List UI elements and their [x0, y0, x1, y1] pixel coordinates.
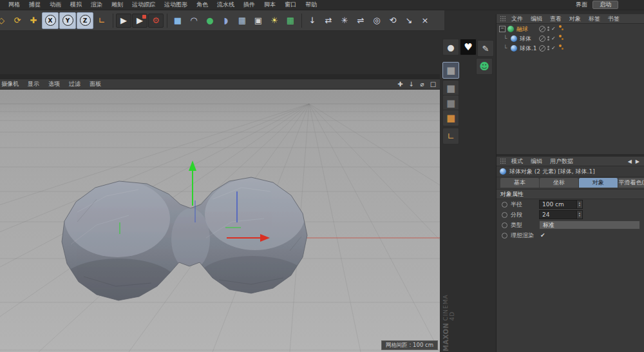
delay-effector-icon[interactable]: ↘ — [401, 13, 417, 28]
pan-view-icon[interactable]: ✚ — [396, 81, 404, 88]
layer-circle-icon[interactable] — [539, 26, 545, 32]
object-name[interactable]: 球体.1 — [520, 44, 537, 53]
attr-menu-2[interactable]: 用户数据 — [546, 157, 577, 166]
menu-item-10[interactable]: 插件 — [239, 0, 260, 10]
viewport-menu-0[interactable]: 摄像机 — [0, 79, 23, 89]
cube-primitive-icon[interactable]: ■ — [170, 13, 185, 28]
attr-menu-1[interactable]: 编辑 — [527, 157, 546, 166]
object-row-球体.1[interactable]: └球体.1✓ — [497, 43, 644, 53]
tag-dots-icon[interactable] — [559, 35, 564, 40]
subdivision-surface-icon[interactable]: ● — [202, 13, 218, 28]
layer-circle-icon[interactable] — [539, 35, 545, 42]
object-name[interactable]: 融球 — [516, 24, 528, 34]
om-menu-5[interactable]: 书签 — [604, 14, 623, 24]
random-effector-icon[interactable]: ⇄ — [321, 13, 336, 28]
step-effector-icon[interactable]: ⇌ — [353, 13, 368, 28]
tab-坐标[interactable]: 坐标 — [540, 178, 578, 188]
render-view-icon[interactable]: ▶ — [116, 14, 131, 28]
om-menu-1[interactable]: 编辑 — [527, 14, 546, 24]
shader-effector-icon[interactable]: ✳ — [337, 13, 352, 28]
toggle-view-icon[interactable]: □ — [429, 81, 437, 88]
z-axis-lock[interactable]: Z — [77, 12, 93, 29]
viewport-menu-1[interactable]: 显示 — [23, 79, 44, 89]
target-effector-icon[interactable]: ◎ — [369, 13, 384, 28]
move-tool-icon[interactable]: ✚ — [26, 13, 41, 28]
viewport-canvas[interactable]: 网格间距 : 100 cm — [0, 90, 440, 352]
render-picture-viewer-icon[interactable]: ▶ — [132, 14, 147, 28]
menu-item-4[interactable]: 渲染 — [86, 0, 107, 10]
menu-item-11[interactable]: 脚本 — [260, 0, 280, 10]
menu-item-8[interactable]: 角色 — [192, 0, 213, 10]
spline-pen-icon[interactable]: ◠ — [186, 13, 202, 28]
menu-item-12[interactable]: 窗口 — [280, 0, 301, 10]
x-axis-lock[interactable]: X — [42, 12, 59, 29]
field-checkbox[interactable]: ✔ — [540, 232, 545, 239]
spline-effector-icon[interactable]: ⟲ — [385, 13, 401, 28]
generator-icon[interactable]: ◗ — [218, 13, 234, 28]
menu-item-0[interactable]: 网格 — [4, 0, 24, 10]
object-row-球体[interactable]: └球体✓ — [497, 34, 644, 43]
make-editable-icon[interactable]: ● — [442, 39, 459, 55]
character-icon[interactable]: ☻ — [476, 58, 493, 75]
field-input[interactable]: 100 cm▴▾ — [539, 200, 583, 209]
om-menu-2[interactable]: 查看 — [546, 14, 565, 24]
viewport-menu-3[interactable]: 过滤 — [64, 79, 85, 89]
camera-icon[interactable]: ▣ — [251, 13, 266, 28]
favorites-heart-icon[interactable]: ♥ — [460, 39, 477, 55]
om-menu-4[interactable]: 标签 — [585, 14, 604, 24]
keyframe-circle-icon[interactable] — [502, 222, 507, 228]
viewport-menu-2[interactable]: 选项 — [44, 79, 64, 89]
metaball-object[interactable] — [58, 173, 312, 310]
field-input[interactable]: 24▴▾ — [539, 210, 583, 219]
menu-item-9[interactable]: 流水线 — [213, 0, 239, 10]
object-name[interactable]: 球体 — [520, 34, 531, 43]
expand-toggle-icon[interactable]: − — [499, 26, 506, 32]
polygons-mode-icon[interactable]: ■ — [442, 110, 459, 126]
floor-icon[interactable]: ▦ — [234, 13, 250, 28]
enable-axis-icon[interactable]: ∟ — [442, 128, 459, 144]
y-axis-lock[interactable]: Y — [59, 12, 76, 29]
keyframe-circle-icon[interactable] — [502, 233, 507, 239]
light-icon[interactable]: ☀ — [267, 13, 282, 28]
rotate-tool-icon[interactable]: ⟳ — [10, 13, 25, 28]
field-dropdown[interactable]: 标准 — [539, 220, 640, 230]
layer-circle-icon[interactable] — [539, 45, 545, 52]
attr-menu-0[interactable]: 模式 — [507, 157, 527, 166]
menu-item-2[interactable]: 动画 — [45, 0, 66, 10]
menu-item-13[interactable]: 帮助 — [301, 0, 321, 10]
panel-grip-icon[interactable] — [500, 15, 506, 22]
stepper-icon[interactable]: ▴▾ — [576, 211, 582, 219]
visibility-dots-icon[interactable] — [547, 26, 549, 31]
render-settings-icon[interactable]: ⚙ — [148, 14, 164, 28]
keyframe-circle-icon[interactable] — [502, 212, 507, 218]
menu-item-6[interactable]: 运动跟踪 — [128, 0, 160, 10]
coordinate-system-icon[interactable]: ∟ — [94, 13, 109, 28]
keyframe-circle-icon[interactable] — [502, 202, 507, 208]
plain-effector-icon[interactable]: ↓ — [305, 13, 320, 28]
panel-grip-icon[interactable] — [500, 158, 506, 164]
history-back-icon[interactable]: ◀ — [628, 159, 632, 164]
menu-item-3[interactable]: 模拟 — [66, 0, 86, 10]
object-row-融球[interactable]: −融球✓ — [497, 24, 644, 34]
enabled-check-icon[interactable]: ✓ — [551, 35, 556, 41]
stepper-icon[interactable]: ▴▾ — [576, 200, 582, 208]
viewport-menu-4[interactable]: 面板 — [85, 79, 106, 89]
scale-tool-icon[interactable]: ◇ — [0, 13, 9, 28]
enabled-check-icon[interactable]: ✓ — [551, 26, 556, 32]
history-forward-icon[interactable]: ▶ — [636, 159, 639, 164]
model-mode-icon[interactable]: ■ — [442, 62, 459, 79]
tag-dots-icon[interactable] — [559, 25, 564, 30]
om-menu-0[interactable]: 文件 — [507, 14, 527, 24]
axis-pencil-icon[interactable]: ✎ — [477, 40, 494, 57]
menu-item-7[interactable]: 运动图形 — [160, 0, 192, 10]
enabled-check-icon[interactable]: ✓ — [551, 45, 556, 51]
tab-平滑着色(Phong)[interactable]: 平滑着色(Phong) — [618, 178, 644, 188]
formula-effector-icon[interactable]: × — [417, 13, 433, 28]
om-menu-3[interactable]: 对象 — [565, 14, 585, 24]
tab-对象[interactable]: 对象 — [579, 178, 618, 188]
visibility-dots-icon[interactable] — [547, 36, 549, 41]
layout-dropdown[interactable]: 启动 — [592, 1, 618, 9]
array-grid-icon[interactable]: ▦ — [283, 13, 298, 28]
menu-item-1[interactable]: 捕捉 — [24, 0, 45, 10]
visibility-dots-icon[interactable] — [547, 46, 549, 50]
